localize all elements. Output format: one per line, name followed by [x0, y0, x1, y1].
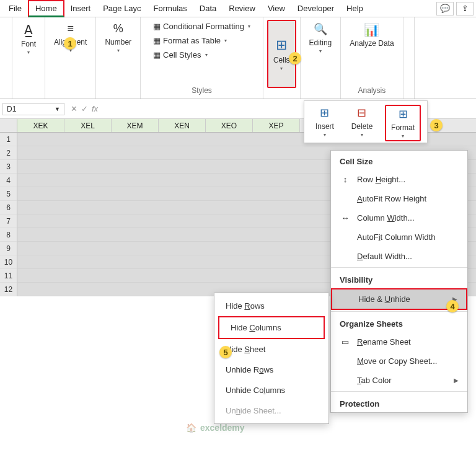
callout-3: 3 [430, 119, 443, 131]
insert-cells-button[interactable]: ⊞ Insert ▾ [311, 105, 339, 141]
number-label: Number [105, 38, 131, 46]
row-height-item[interactable]: ↕ Row Height... [331, 170, 467, 189]
table-icon: ▦ [153, 36, 161, 45]
cell-styles-button[interactable]: ▦ Cell Styles ▾ [149, 48, 211, 61]
cells-icon: ⊞ [276, 37, 287, 53]
styles-group-label: Styles [192, 85, 212, 96]
group-number: % Number ▾ [96, 17, 141, 99]
editing-label: Editing [309, 38, 332, 47]
col-header[interactable]: XEL [64, 119, 112, 132]
analysis-group-label: Analysis [358, 85, 386, 96]
enter-icon[interactable]: ✓ [81, 104, 88, 113]
row-header[interactable]: 11 [0, 269, 17, 283]
col-header[interactable]: XEM [112, 119, 159, 132]
tab-review[interactable]: Review [223, 1, 262, 15]
group-editing: 🔍 Editing ▾ [301, 17, 342, 99]
editing-button[interactable]: 🔍 Editing ▾ [304, 20, 337, 56]
unhide-columns-item[interactable]: Unhide Columns [214, 380, 328, 400]
format-icon: ⊞ [399, 107, 408, 121]
delete-label: Delete [351, 122, 373, 131]
hide-sheet-item[interactable]: Hide Sheet [214, 339, 328, 360]
row-header[interactable]: 3 [0, 160, 17, 174]
chevron-down-icon: ▾ [224, 38, 227, 43]
row-header[interactable]: 7 [0, 214, 17, 228]
col-header[interactable]: XEN [159, 119, 206, 132]
tab-developer[interactable]: Developer [291, 1, 340, 15]
tab-help[interactable]: Help [340, 1, 369, 15]
font-label: Font [21, 40, 36, 48]
group-font: A̲ Font ▾ [12, 17, 45, 99]
callout-2: 2 [289, 52, 301, 64]
font-button[interactable]: A̲ Font ▾ [16, 20, 41, 58]
move-copy-item[interactable]: Move or Copy Sheet... [331, 351, 467, 371]
chevron-down-icon: ▾ [27, 50, 30, 55]
cell-styles-label: Cell Styles [163, 50, 201, 60]
col-header[interactable]: XEP [253, 119, 300, 132]
delete-cells-button[interactable]: ⊟ Delete ▾ [346, 105, 378, 141]
chevron-right-icon: ▶ [454, 377, 459, 384]
chevron-down-icon: ▾ [280, 66, 283, 71]
hide-columns-item[interactable]: Hide Columns [218, 316, 325, 339]
callout-4: 4 [446, 300, 459, 312]
row-header[interactable]: 6 [0, 201, 17, 214]
col-header[interactable]: XEO [206, 119, 253, 132]
default-width-item[interactable]: Default Width... [331, 247, 467, 266]
chevron-down-icon: ▾ [117, 48, 120, 53]
analyze-data-button[interactable]: 📊 Analyze Data [345, 20, 399, 50]
format-as-table-button[interactable]: ▦ Format as Table ▾ [149, 34, 231, 47]
chevron-down-icon: ▾ [324, 132, 326, 138]
tab-color-item[interactable]: Tab Color ▶ [331, 371, 467, 390]
watermark: 🏠 exceldemy [186, 423, 245, 433]
row-header[interactable]: 5 [0, 187, 17, 201]
row-height-icon: ↕ [340, 175, 351, 184]
row-header[interactable]: 12 [0, 283, 17, 296]
autofit-row-item[interactable]: AutoFit Row Height [331, 189, 467, 208]
cellstyles-icon: ▦ [153, 50, 161, 60]
hide-rows-item[interactable]: Hide Rows [214, 296, 328, 316]
align-icon: ≡ [67, 22, 74, 35]
row-header[interactable]: 2 [0, 146, 17, 160]
insert-label: Insert [315, 122, 334, 131]
row-header[interactable]: 1 [0, 133, 17, 146]
tab-bar: File Home Insert Page Layc Formulas Data… [0, 0, 476, 17]
format-cells-button[interactable]: ⊞ Format ▾ [385, 105, 421, 141]
group-styles: ▦ Conditional Formatting ▾ ▦ Format as T… [141, 17, 263, 99]
autofit-col-item[interactable]: AutoFit Column Width [331, 228, 467, 247]
logo-icon: 🏠 [186, 423, 196, 433]
tab-formulas[interactable]: Formulas [148, 1, 193, 15]
tab-file[interactable]: File [2, 1, 28, 15]
row-header[interactable]: 8 [0, 228, 17, 242]
number-button[interactable]: % Number ▾ [100, 20, 136, 56]
analyze-label: Analyze Data [350, 40, 394, 48]
select-all-corner[interactable] [0, 119, 17, 132]
column-width-item[interactable]: ↔ Column Width... [331, 208, 467, 228]
tab-view[interactable]: View [262, 1, 291, 15]
share-icon[interactable]: ⇪ [456, 2, 474, 15]
tab-data[interactable]: Data [193, 1, 223, 15]
name-box[interactable]: D1 ▼ [2, 103, 64, 115]
hide-unhide-submenu: Hide Rows Hide Columns Hide Sheet Unhide… [214, 293, 329, 424]
comments-icon[interactable]: 💬 [436, 2, 454, 15]
row-header[interactable]: 9 [0, 242, 17, 255]
cells-dropdown-panel: ⊞ Insert ▾ ⊟ Delete ▾ ⊞ Format ▾ [304, 100, 428, 143]
tab-home[interactable]: Home [28, 0, 64, 17]
delete-icon: ⊟ [357, 106, 366, 120]
format-label: Format [391, 123, 415, 132]
callout-1: 1 [64, 37, 76, 50]
unhide-sheet-item[interactable]: Unhide Sheet... [214, 400, 328, 421]
rename-sheet-item[interactable]: ▭ Rename Sheet [331, 332, 467, 351]
row-header[interactable]: 10 [0, 255, 17, 269]
chevron-down-icon: ▾ [361, 132, 363, 138]
tab-pagelayout[interactable]: Page Layc [97, 1, 147, 15]
editing-icon: 🔍 [314, 22, 327, 36]
row-header[interactable]: 4 [0, 174, 17, 187]
format-table-label: Format as Table [163, 36, 221, 45]
cancel-icon[interactable]: ✕ [71, 104, 77, 113]
fx-icon[interactable]: fx [92, 104, 98, 113]
insert-icon: ⊞ [320, 106, 329, 120]
col-header[interactable]: XEK [17, 119, 64, 132]
tab-insert[interactable]: Insert [64, 1, 97, 15]
conditional-formatting-button[interactable]: ▦ Conditional Formatting ▾ [149, 20, 254, 33]
chevron-down-icon: ▼ [55, 106, 60, 112]
unhide-rows-item[interactable]: Unhide Rows [214, 360, 328, 380]
